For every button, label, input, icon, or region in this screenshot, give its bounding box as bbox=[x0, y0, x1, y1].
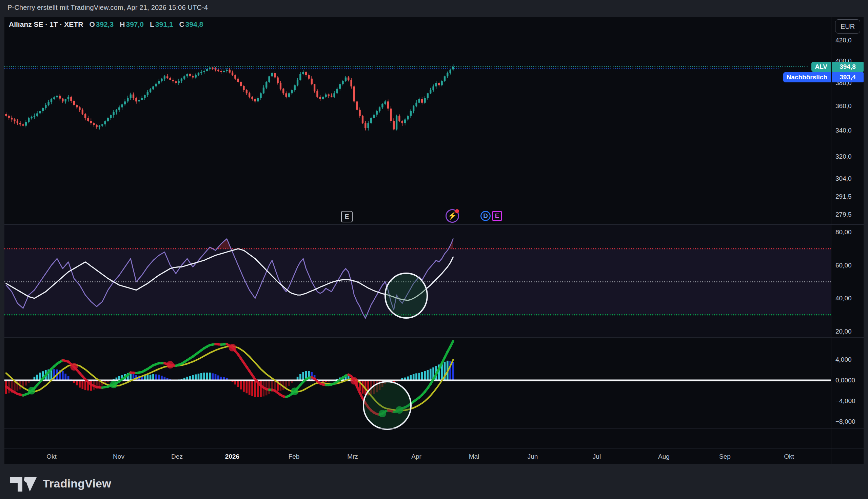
time-tick: Mrz bbox=[338, 452, 368, 461]
brand-name: TradingView bbox=[43, 477, 111, 490]
currency-button[interactable]: EUR bbox=[835, 19, 860, 34]
time-tick: Aug bbox=[649, 452, 679, 461]
chart-canvas[interactable] bbox=[0, 0, 868, 499]
time-tick: Okt bbox=[774, 452, 804, 461]
earnings-estimate-icon[interactable]: E bbox=[492, 211, 502, 221]
tradingview-snapshot: P-Cherry erstellt mit TradingView.com, A… bbox=[0, 0, 868, 499]
price-tick: 340,0 bbox=[835, 126, 867, 135]
price-tick: 360,0 bbox=[835, 102, 867, 110]
earnings-icon[interactable]: E bbox=[341, 211, 353, 222]
tradingview-logo-icon bbox=[10, 474, 37, 493]
price-tick: 291,5 bbox=[835, 193, 867, 201]
time-tick: Feb bbox=[279, 452, 309, 461]
price-tick: 4,000 bbox=[835, 356, 867, 364]
price-tick: 279,5 bbox=[835, 210, 867, 219]
ohlc-low: L 391,1 bbox=[150, 20, 173, 28]
footer-bar: TradingView bbox=[0, 464, 868, 499]
price-flag-tag: Nachbörslich bbox=[783, 72, 831, 82]
price-flag-value: 394,8 bbox=[832, 62, 864, 72]
symbol-legend[interactable]: Allianz SE · 1T · XETR O 392,3 H 397,0 L… bbox=[9, 20, 203, 28]
time-tick: Jul bbox=[582, 452, 612, 461]
time-tick: 2026 bbox=[217, 452, 247, 461]
price-tick: 40,00 bbox=[835, 294, 867, 302]
time-tick: Okt bbox=[36, 452, 67, 461]
price-tick: 420,0 bbox=[835, 36, 867, 45]
time-tick: Mai bbox=[459, 452, 489, 461]
price-tick: 304,0 bbox=[835, 174, 867, 183]
price-tick: 320,0 bbox=[835, 153, 867, 161]
symbol-title: Allianz SE · 1T · XETR bbox=[9, 20, 83, 28]
price-tick: 80,00 bbox=[835, 228, 867, 236]
price-tick: 20,00 bbox=[835, 328, 867, 336]
time-tick: Apr bbox=[401, 452, 432, 461]
ohlc-close: C 394,8 bbox=[179, 20, 203, 28]
flash-icon[interactable]: ⚡ bbox=[445, 209, 459, 223]
price-tick: 60,00 bbox=[835, 261, 867, 269]
tradingview-brand[interactable]: TradingView bbox=[10, 474, 111, 493]
time-tick: Nov bbox=[103, 452, 134, 461]
price-flag-tag: ALV bbox=[811, 62, 831, 72]
dividend-icon[interactable]: D bbox=[480, 211, 491, 221]
time-tick: Sep bbox=[710, 452, 740, 461]
price-tick: −8,000 bbox=[835, 418, 867, 426]
price-tick: −4,000 bbox=[835, 397, 867, 405]
ohlc-high: H 397,0 bbox=[120, 20, 144, 28]
time-tick: Dez bbox=[162, 452, 192, 461]
price-flag-value: 393,4 bbox=[832, 72, 864, 82]
ohlc-open: O 392,3 bbox=[89, 20, 113, 28]
notification-dot-icon bbox=[455, 209, 459, 213]
time-tick: Jun bbox=[517, 452, 548, 461]
price-tick: 0,0000 bbox=[835, 376, 867, 385]
